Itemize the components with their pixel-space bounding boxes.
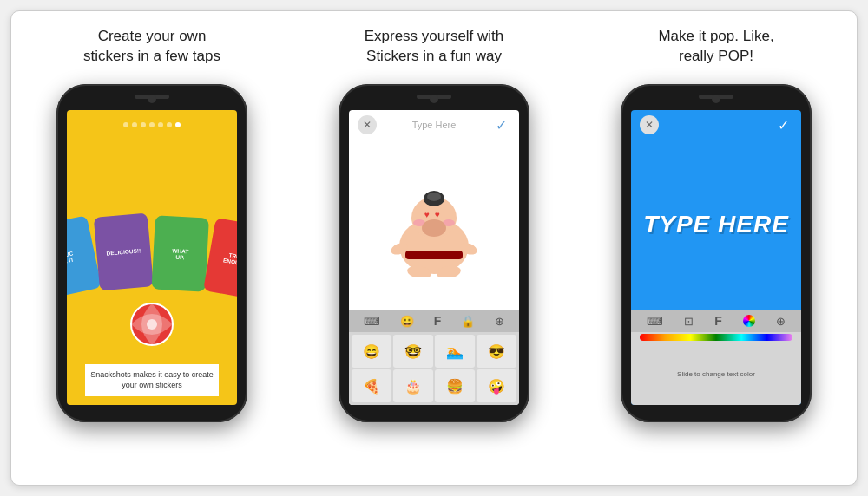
pagination-dots: [123, 122, 181, 127]
keyboard-icons-row-3: ⌨ ⊡ F ⊕: [631, 310, 801, 332]
confirm-button-3[interactable]: ✓: [773, 115, 792, 134]
kb-icon-keyboard[interactable]: ⌨: [364, 315, 380, 328]
sticker-thumb-3[interactable]: 🏊: [435, 335, 475, 368]
kb3-icon-f[interactable]: F: [714, 314, 722, 328]
sticker-thumb-2[interactable]: 🤓: [393, 335, 433, 368]
type-here-big-text: TYPE HERE: [643, 211, 789, 238]
dot-6: [167, 122, 172, 127]
phone-camera-1: [148, 95, 156, 103]
sticker-grid-2: 😄 🤓 🏊 😎 🍕 🎂 🍔 🤪: [349, 332, 519, 405]
sticker-thumb-1[interactable]: 😄: [352, 335, 391, 368]
panel2-title: Express yourself withStickers in a fun w…: [365, 27, 504, 72]
phone-frame-3: ✕ ✓ TYPE HERE ⌨ ⊡ F ⊕ Slide t: [621, 84, 812, 422]
dot-3: [141, 122, 146, 127]
candy-icon: [129, 302, 174, 347]
dot-4: [149, 122, 155, 127]
svg-point-1: [147, 319, 157, 330]
phone-camera-2: [430, 95, 438, 103]
keyboard-area-2: ⌨ 😀 F 🔒 ⊕ 😄 🤓 🏊 😎 🍕 🎂 🍔 �: [349, 310, 519, 405]
kb3-icon-square[interactable]: ⊡: [684, 315, 694, 328]
dot-7-active: [175, 122, 181, 127]
phone-screen-1: SUCK IT DELICIOUS!! WHATUP. Trueenough: [67, 110, 237, 405]
dot-2: [132, 122, 137, 127]
dot-1: [123, 122, 128, 127]
phone-frame-1: SUCK IT DELICIOUS!! WHATUP. Trueenough: [56, 84, 247, 422]
sticker-thumb-6[interactable]: 🎂: [393, 369, 433, 402]
screen2-top-bar: ✕ Type Here ✓: [349, 110, 519, 140]
type-here-big-area: TYPE HERE: [631, 140, 801, 310]
sticker-thumb-4[interactable]: 😎: [477, 335, 516, 368]
kb-icon-f[interactable]: F: [434, 314, 442, 328]
phone-screen-2: ✕ Type Here ✓ ♥: [349, 110, 519, 405]
svg-text:♥: ♥: [435, 210, 440, 219]
kb3-icon-colorwheel[interactable]: [743, 315, 755, 327]
dot-5: [158, 122, 163, 127]
kb-icon-lock[interactable]: 🔒: [461, 315, 475, 328]
slide-to-change-text: Slide to change text color: [631, 343, 801, 405]
type-here-label: Type Here: [377, 120, 491, 130]
phone-screen-3: ✕ ✓ TYPE HERE ⌨ ⊡ F ⊕ Slide t: [631, 110, 801, 405]
svg-point-10: [422, 219, 446, 237]
panel-pop: Make it pop. Like,really POP! ✕ ✓ TYPE H…: [575, 11, 857, 485]
app-container: Create your ownstickers in a few taps SU…: [10, 10, 858, 486]
screen3-top-bar: ✕ ✓: [631, 110, 801, 140]
screen1-caption: Snackshots makes it easy to createyour o…: [85, 364, 219, 396]
svg-point-5: [427, 193, 441, 201]
sumo-sticker: ♥ ♥: [349, 140, 519, 310]
sticker-thumb-7[interactable]: 🍔: [435, 369, 475, 402]
close-button-3[interactable]: ✕: [640, 115, 659, 134]
confirm-button-2[interactable]: ✓: [491, 115, 510, 134]
phone-camera-3: [712, 95, 720, 103]
sticker-fan: SUCK IT DELICIOUS!! WHATUP. Trueenough: [74, 147, 230, 285]
keyboard-icons-row-2: ⌨ 😀 F 🔒 ⊕: [349, 310, 519, 332]
close-button-2[interactable]: ✕: [358, 115, 377, 134]
panel1-title: Create your ownstickers in a few taps: [83, 27, 220, 72]
phone-frame-2: ✕ Type Here ✓ ♥: [339, 84, 529, 422]
kb-icon-add[interactable]: ⊕: [495, 315, 504, 328]
sticker-purple: DELICIOUS!!: [94, 212, 154, 290]
svg-text:♥: ♥: [424, 210, 430, 219]
sticker-green: WHATUP.: [152, 215, 209, 291]
rainbow-color-slider[interactable]: [640, 334, 792, 341]
keyboard-area-3: ⌨ ⊡ F ⊕ Slide to change text color: [631, 310, 801, 405]
panel3-title: Make it pop. Like,really POP!: [658, 27, 773, 72]
kb3-icon-keyboard[interactable]: ⌨: [647, 315, 663, 328]
sticker-thumb-8[interactable]: 🤪: [477, 369, 516, 402]
panel-create: Create your ownstickers in a few taps SU…: [11, 11, 293, 485]
kb3-icon-add[interactable]: ⊕: [776, 315, 786, 328]
svg-rect-11: [405, 251, 463, 259]
kb-icon-emoji[interactable]: 😀: [400, 315, 414, 328]
sticker-thumb-5[interactable]: 🍕: [352, 369, 391, 402]
panel-express: Express yourself withStickers in a fun w…: [293, 11, 575, 485]
